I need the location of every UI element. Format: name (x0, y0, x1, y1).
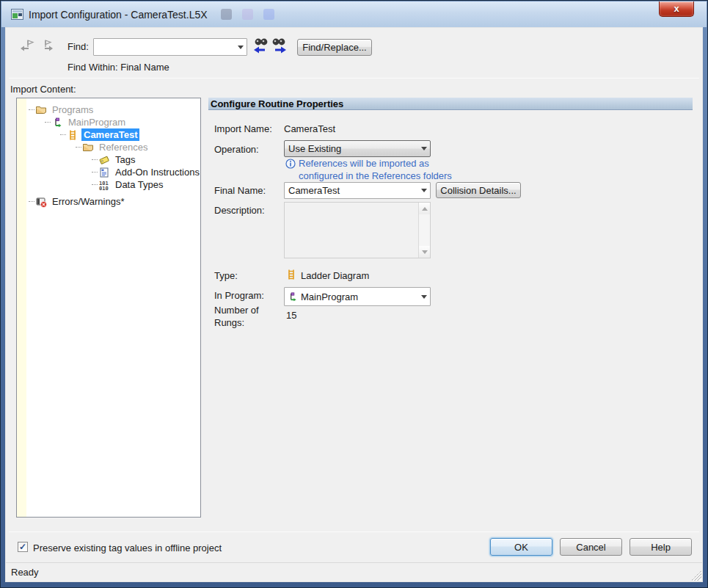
tree-item-label[interactable]: Errors/Warnings* (50, 195, 126, 208)
in-program-label: In Program: (214, 290, 264, 301)
operation-value[interactable]: Use Existing (285, 143, 417, 154)
errors-warnings-icon (35, 196, 47, 208)
tree-connector (92, 159, 98, 160)
folder-icon (35, 104, 47, 116)
tree-item-label[interactable]: MainProgram (66, 116, 128, 128)
program-icon (51, 117, 63, 128)
chevron-down-icon (422, 250, 428, 254)
tree-connector (60, 134, 66, 135)
tag-icon (98, 154, 110, 166)
tree-item-tags[interactable]: Tags (17, 153, 200, 166)
rungs-label: Number of Rungs: (214, 304, 274, 329)
scroll-up-button[interactable] (419, 203, 430, 214)
status-bar: Ready (6, 562, 702, 581)
tree-connector (29, 201, 34, 202)
tree-connector (76, 147, 81, 148)
operation-dropdown-button[interactable] (417, 141, 430, 156)
add-on-instruction-icon (98, 167, 110, 178)
tree-item-label[interactable]: CameraTest (81, 128, 139, 141)
tree-item-programs[interactable]: Programs (17, 104, 200, 116)
preserve-tags-label: Preserve existing tag values in offline … (33, 542, 222, 553)
find-label: Find: (67, 41, 89, 52)
rungs-value: 15 (286, 310, 296, 321)
footer-separator (9, 531, 699, 532)
toolbar-separator (9, 78, 699, 79)
chevron-down-icon (421, 189, 427, 192)
description-label: Description: (214, 205, 265, 216)
find-replace-button[interactable]: Find/Replace... (297, 39, 372, 56)
tree-item-data-types[interactable]: 101 010 Data Types (17, 178, 200, 191)
scroll-down-button[interactable] (419, 246, 430, 258)
tree-connector (45, 122, 51, 123)
close-button[interactable]: x (659, 1, 694, 17)
program-icon (287, 291, 298, 302)
find-previous-icon[interactable] (253, 36, 269, 54)
section-header: Configure Routine Properties (208, 98, 693, 110)
info-text-line1: References will be imported as (299, 157, 429, 170)
chevron-down-icon (238, 46, 244, 49)
title-bar[interactable]: Import Configuration - CameraTest.L5X x (1, 1, 707, 27)
description-scrollbar[interactable] (418, 203, 430, 258)
in-program-dropdown-button[interactable] (417, 288, 430, 305)
tree-connector (92, 184, 98, 185)
folder-icon (82, 142, 94, 153)
operation-label: Operation: (214, 144, 259, 155)
final-name-combobox[interactable]: CameraTest (284, 182, 431, 199)
tree-item-mainprogram[interactable]: MainProgram (17, 116, 200, 128)
ladder-icon (67, 129, 79, 141)
description-value[interactable] (285, 203, 418, 258)
import-content-tree[interactable]: Programs MainProgram (16, 98, 201, 518)
in-program-value[interactable]: MainProgram (301, 291, 417, 302)
chevron-up-icon (422, 207, 428, 211)
find-within-label: Find Within: Final Name (67, 62, 169, 73)
window-title: Import Configuration - CameraTest.L5X (29, 9, 208, 21)
find-combobox-dropdown[interactable] (234, 39, 247, 55)
info-text-line2: configured in the References folders (299, 170, 452, 182)
tree-item-label[interactable]: Tags (113, 153, 137, 166)
ghost-icon (221, 9, 232, 20)
ghost-icon (242, 9, 253, 20)
cancel-button[interactable]: Cancel (560, 538, 622, 556)
tree-item-cameratest[interactable]: CameraTest (17, 128, 200, 141)
tree-item-references[interactable]: References (17, 141, 200, 153)
import-name-value: CameraTest (284, 123, 335, 134)
resize-grip[interactable] (691, 570, 701, 581)
final-name-dropdown-button[interactable] (417, 183, 430, 198)
type-value: Ladder Diagram (301, 270, 369, 281)
collision-details-button[interactable]: Collision Details... (436, 182, 521, 198)
svg-text:010: 010 (99, 185, 109, 191)
next-bookmark-icon[interactable] (39, 38, 54, 53)
app-icon (11, 9, 23, 20)
tree-connector (29, 109, 34, 110)
ghost-icon (263, 9, 274, 20)
ok-button[interactable]: OK (490, 538, 552, 556)
find-next-icon[interactable] (271, 36, 287, 54)
previous-bookmark-icon[interactable] (20, 38, 34, 53)
chevron-down-icon (421, 295, 427, 299)
import-content-label: Import Content: (10, 84, 76, 95)
operation-dropdown[interactable]: Use Existing (284, 140, 431, 157)
final-name-label: Final Name: (214, 185, 266, 196)
tree-item-label[interactable]: Programs (50, 104, 95, 116)
import-name-label: Import Name: (214, 123, 272, 134)
status-text: Ready (11, 567, 39, 578)
tree-item-label[interactable]: Data Types (113, 178, 166, 191)
tree-item-label[interactable]: Add-On Instructions (113, 166, 201, 178)
ladder-icon (285, 269, 297, 280)
help-button[interactable]: Help (629, 538, 692, 556)
description-textarea[interactable] (284, 202, 431, 258)
dialog-content: Find: Find/Replace... Find Within: Final… (5, 27, 703, 582)
find-combobox[interactable] (93, 38, 247, 56)
chevron-down-icon (421, 147, 427, 150)
type-label: Type: (214, 270, 238, 281)
tree-item-label[interactable]: References (97, 141, 150, 153)
final-name-value[interactable]: CameraTest (285, 185, 417, 196)
tree-connector (92, 172, 98, 173)
info-icon (285, 159, 296, 169)
tree-item-add-on-instructions[interactable]: Add-On Instructions (17, 166, 200, 178)
in-program-dropdown[interactable]: MainProgram (284, 287, 431, 306)
preserve-tags-checkbox[interactable]: ✓ (18, 542, 28, 552)
tree-item-errors-warnings[interactable]: Errors/Warnings* (17, 195, 200, 208)
data-types-icon: 101 010 (98, 179, 110, 191)
import-configuration-dialog: Import Configuration - CameraTest.L5X x … (0, 0, 708, 588)
